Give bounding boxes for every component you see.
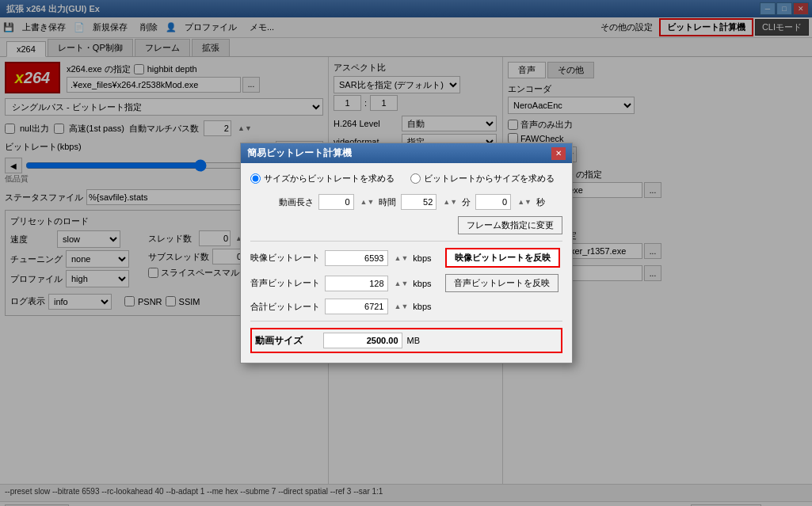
size-label: 動画サイズ [255,334,318,348]
audio-bitrate-spinner[interactable]: ▲▼ [395,280,409,287]
modal-radio-row: サイズからビットレートを求める ビットレートからサイズを求める [250,173,562,185]
radio-from-bitrate[interactable]: ビットレートからサイズを求める [410,173,555,185]
modal-close-button[interactable]: ✕ [551,147,566,160]
total-bitrate-spinner[interactable]: ▲▼ [395,302,409,310]
duration-row: 動画長さ ▲▼ 時間 ▲▼ 分 ▲▼ 秒 [250,194,562,210]
radio-from-size-label: サイズからビットレートを求める [264,173,395,185]
modal-separator-1 [250,241,562,242]
audio-bitrate-input[interactable] [325,276,388,291]
video-bitrate-input[interactable] [325,250,388,266]
radio-from-size[interactable]: サイズからビットレートを求める [250,173,395,185]
modal-overlay: 簡易ビットレート計算機 ✕ サイズからビットレートを求める ビットレートからサイ… [0,0,812,506]
minutes-input[interactable] [401,194,436,210]
size-unit: MB [407,336,435,345]
reflect-video-button[interactable]: 映像ビットレートを反映 [445,248,560,268]
video-bitrate-row: 映像ビットレート ▲▼ kbps 映像ビットレートを反映 [250,248,562,268]
frame-spec-row: フレーム数指定に変更 [250,216,562,234]
modal-title-bar: 簡易ビットレート計算機 ✕ [241,143,572,163]
modal-title: 簡易ビットレート計算機 [247,146,352,160]
duration-label: 動画長さ [250,196,314,208]
total-bitrate-label: 合計ビットレート [250,301,320,313]
size-input[interactable] [323,333,402,348]
seconds-spinner[interactable]: ▲▼ [517,198,532,206]
modal-separator-2 [250,321,562,321]
bitrate-calc-modal: 簡易ビットレート計算機 ✕ サイズからビットレートを求める ビットレートからサイ… [240,143,573,363]
radio-from-bitrate-label: ビットレートからサイズを求める [424,173,555,185]
frame-spec-button[interactable]: フレーム数指定に変更 [458,216,562,234]
total-bitrate-input[interactable] [325,299,388,314]
radio-from-bitrate-input[interactable] [410,173,421,184]
seconds-label: 秒 [536,196,545,208]
minutes-spinner[interactable]: ▲▼ [443,198,457,206]
reflect-audio-button[interactable]: 音声ビットレートを反映 [445,274,558,292]
modal-body: サイズからビットレートを求める ビットレートからサイズを求める 動画長さ ▲▼ … [241,163,572,363]
audio-bitrate-row: 音声ビットレート ▲▼ kbps 音声ビットレートを反映 [250,274,562,292]
hours-spinner[interactable]: ▲▼ [360,198,375,206]
modal-size-row: 動画サイズ MB [250,328,562,353]
audio-bitrate-label: 音声ビットレート [250,277,320,289]
radio-from-size-input[interactable] [250,173,261,184]
minutes-label: 分 [462,196,471,208]
audio-bitrate-unit: kbps [413,279,440,288]
hours-label: 時間 [379,196,396,208]
video-bitrate-spinner[interactable]: ▲▼ [395,254,409,262]
seconds-input[interactable] [475,194,511,210]
hours-input[interactable] [318,194,354,210]
video-bitrate-unit: kbps [413,253,440,263]
total-bitrate-row: 合計ビットレート ▲▼ kbps [250,299,562,314]
video-bitrate-label: 映像ビットレート [250,252,320,264]
total-bitrate-unit: kbps [413,302,440,311]
